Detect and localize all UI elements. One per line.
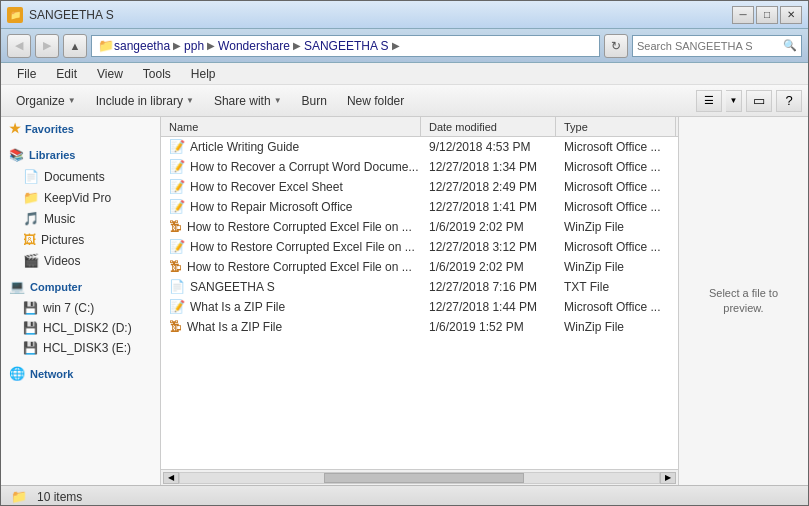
table-row[interactable]: 📝 How to Restore Corrupted Excel File on…	[161, 237, 678, 257]
burn-button[interactable]: Burn	[293, 88, 336, 114]
file-type-icon: 📝	[169, 239, 185, 254]
hscroll-left-button[interactable]: ◀	[163, 472, 179, 484]
title-bar-controls: ─ □ ✕	[732, 6, 802, 24]
hscroll-thumb	[324, 473, 524, 483]
sidebar-network-section: 🌐 Network	[1, 362, 160, 385]
path-segment-2[interactable]: pph	[184, 39, 204, 53]
path-arrow-4: ▶	[392, 40, 400, 51]
sidebar-item-d-drive[interactable]: 💾 HCL_DISK2 (D:)	[1, 318, 160, 338]
close-button[interactable]: ✕	[780, 6, 802, 24]
menu-help[interactable]: Help	[181, 63, 226, 85]
organize-button[interactable]: Organize ▼	[7, 88, 85, 114]
back-button[interactable]: ◀	[7, 34, 31, 58]
file-type-icon: 🗜	[169, 219, 182, 234]
file-name: How to Recover a Corrupt Word Docume...	[190, 160, 419, 174]
file-name: Article Writing Guide	[190, 140, 299, 154]
computer-icon: 💻	[9, 279, 25, 294]
file-type-cell: Microsoft Office ...	[556, 177, 676, 196]
menu-edit[interactable]: Edit	[46, 63, 87, 85]
table-row[interactable]: 🗜 What Is a ZIP File 1/6/2019 1:52 PM Wi…	[161, 317, 678, 337]
table-row[interactable]: 📝 How to Recover a Corrupt Word Docume..…	[161, 157, 678, 177]
file-type-icon: 📝	[169, 299, 185, 314]
sidebar-favorites-header[interactable]: ★ Favorites	[1, 117, 160, 140]
libraries-icon: 📚	[9, 148, 24, 162]
col-header-name[interactable]: Name	[161, 117, 421, 136]
path-segment-1[interactable]: sangeetha	[114, 39, 170, 53]
file-list: 📝 Article Writing Guide 9/12/2018 4:53 P…	[161, 137, 678, 469]
sidebar-libraries-label: Libraries	[29, 149, 75, 161]
preview-text: Select a file to preview.	[689, 286, 798, 317]
view-mode-dropdown[interactable]: ▼	[726, 90, 742, 112]
menu-tools[interactable]: Tools	[133, 63, 181, 85]
table-row[interactable]: 📝 How to Repair Microsoft Office 12/27/2…	[161, 197, 678, 217]
view-mode-button[interactable]: ☰	[696, 90, 722, 112]
file-type-cell: Microsoft Office ...	[556, 157, 676, 176]
hscroll-right-button[interactable]: ▶	[660, 472, 676, 484]
search-icon: 🔍	[783, 39, 797, 52]
table-row[interactable]: 🗜 How to Restore Corrupted Excel File on…	[161, 257, 678, 277]
forward-button[interactable]: ▶	[35, 34, 59, 58]
file-name: What Is a ZIP File	[187, 320, 282, 334]
file-date-cell: 12/27/2018 3:12 PM	[421, 237, 556, 256]
sidebar-item-keepvid[interactable]: 📁 KeepVid Pro	[1, 187, 160, 208]
sidebar-network-header[interactable]: 🌐 Network	[1, 362, 160, 385]
sidebar-item-music-label: Music	[44, 212, 75, 226]
sidebar-item-music[interactable]: 🎵 Music	[1, 208, 160, 229]
app-icon: 📁	[7, 7, 23, 23]
title-bar: 📁 SANGEETHA S ─ □ ✕	[1, 1, 808, 29]
sidebar-libraries-section: 📚 Libraries 📄 Documents 📁 KeepVid Pro 🎵 …	[1, 144, 160, 271]
include-in-library-button[interactable]: Include in library ▼	[87, 88, 203, 114]
file-date-cell: 1/6/2019 2:02 PM	[421, 217, 556, 236]
path-arrow-2: ▶	[207, 40, 215, 51]
sidebar-item-e-drive[interactable]: 💾 HCL_DISK3 (E:)	[1, 338, 160, 358]
sidebar-item-c-drive[interactable]: 💾 win 7 (C:)	[1, 298, 160, 318]
sidebar-item-documents-label: Documents	[44, 170, 105, 184]
file-date-cell: 1/6/2019 1:52 PM	[421, 317, 556, 336]
file-type-icon: 📄	[169, 279, 185, 294]
sidebar-item-keepvid-label: KeepVid Pro	[44, 191, 111, 205]
path-segment-3[interactable]: Wondershare	[218, 39, 290, 53]
sidebar-computer-header[interactable]: 💻 Computer	[1, 275, 160, 298]
table-row[interactable]: 🗜 How to Restore Corrupted Excel File on…	[161, 217, 678, 237]
file-name-cell: 📝 How to Restore Corrupted Excel File on…	[161, 237, 421, 256]
search-input[interactable]	[637, 40, 779, 52]
sidebar-libraries-header[interactable]: 📚 Libraries	[1, 144, 160, 166]
table-row[interactable]: 📝 How to Recover Excel Sheet 12/27/2018 …	[161, 177, 678, 197]
menu-view[interactable]: View	[87, 63, 133, 85]
col-header-type[interactable]: Type	[556, 117, 676, 136]
side-panel-button[interactable]: ▭	[746, 90, 772, 112]
col-header-date[interactable]: Date modified	[421, 117, 556, 136]
table-row[interactable]: 📝 Article Writing Guide 9/12/2018 4:53 P…	[161, 137, 678, 157]
table-row[interactable]: 📄 SANGEETHA S 12/27/2018 7:16 PM TXT Fil…	[161, 277, 678, 297]
new-folder-button[interactable]: New folder	[338, 88, 413, 114]
organize-dropdown-arrow: ▼	[68, 96, 76, 105]
file-type-cell: Microsoft Office ...	[556, 137, 676, 156]
file-date-cell: 1/6/2019 2:02 PM	[421, 257, 556, 276]
file-name-cell: 📝 How to Recover a Corrupt Word Docume..…	[161, 157, 421, 176]
file-type-cell: Microsoft Office ...	[556, 237, 676, 256]
sidebar-item-documents[interactable]: 📄 Documents	[1, 166, 160, 187]
sidebar: ★ Favorites 📚 Libraries 📄 Documents 📁 Ke…	[1, 117, 161, 485]
search-box[interactable]: 🔍	[632, 35, 802, 57]
up-button[interactable]: ▲	[63, 34, 87, 58]
file-name: What Is a ZIP File	[190, 300, 285, 314]
minimize-button[interactable]: ─	[732, 6, 754, 24]
file-name-cell: 🗜 How to Restore Corrupted Excel File on…	[161, 257, 421, 276]
file-type-icon: 📝	[169, 179, 185, 194]
file-name-cell: 📝 How to Recover Excel Sheet	[161, 177, 421, 196]
menu-file[interactable]: File	[7, 63, 46, 85]
sidebar-item-pictures[interactable]: 🖼 Pictures	[1, 229, 160, 250]
preview-panel: Select a file to preview.	[678, 117, 808, 485]
refresh-button[interactable]: ↻	[604, 34, 628, 58]
table-row[interactable]: 📝 What Is a ZIP File 12/27/2018 1:44 PM …	[161, 297, 678, 317]
path-segment-4[interactable]: SANGEETHA S	[304, 39, 389, 53]
address-bar: ◀ ▶ ▲ 📁 sangeetha ▶ pph ▶ Wondershare ▶ …	[1, 29, 808, 63]
sidebar-item-videos[interactable]: 🎬 Videos	[1, 250, 160, 271]
share-with-button[interactable]: Share with ▼	[205, 88, 291, 114]
file-name-cell: 🗜 How to Restore Corrupted Excel File on…	[161, 217, 421, 236]
keepvid-folder-icon: 📁	[23, 190, 39, 205]
maximize-button[interactable]: □	[756, 6, 778, 24]
address-path[interactable]: 📁 sangeetha ▶ pph ▶ Wondershare ▶ SANGEE…	[91, 35, 600, 57]
help-button[interactable]: ?	[776, 90, 802, 112]
file-type-icon: 🗜	[169, 319, 182, 334]
